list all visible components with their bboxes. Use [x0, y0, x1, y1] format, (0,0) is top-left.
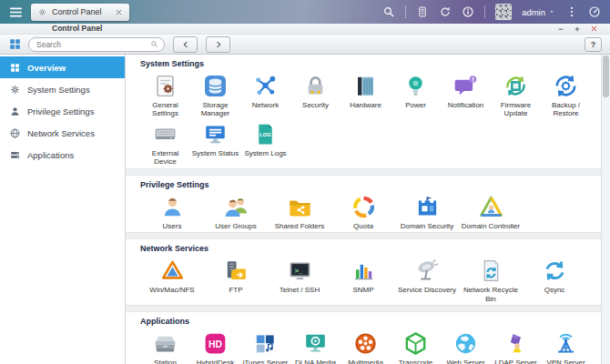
app-item-station-manager[interactable]: Station Manager [140, 329, 190, 364]
sidebar-item-system-settings[interactable]: System Settings [0, 78, 125, 100]
more-menu-icon[interactable] [565, 5, 578, 18]
app-item-domain-security[interactable]: Domain Security [395, 193, 459, 230]
forward-button[interactable] [206, 36, 230, 53]
app-item-label: Notification [441, 101, 491, 109]
tab-control-panel[interactable]: Control Panel [31, 4, 129, 21]
external-device-icon [140, 120, 190, 148]
sidebar-item-privilege-settings[interactable]: Privilege Settings [0, 100, 125, 122]
user-groups-icon [204, 193, 268, 221]
app-item-label: Service Discovery [395, 286, 459, 294]
hardware-icon [341, 72, 391, 100]
app-item-hardware[interactable]: Hardware [341, 72, 391, 118]
app-item-multimedia-management[interactable]: Multimedia Management [341, 329, 391, 364]
avatar[interactable] [495, 4, 512, 20]
section-privilege-settings: Privilege SettingsUsersUser GroupsShared… [126, 176, 610, 232]
network-services-icon [9, 127, 21, 139]
app-item-label: External Device [140, 149, 190, 167]
app-item-telnet-ssh[interactable]: >_Telnet / SSH [268, 257, 331, 303]
app-item-dlna-media-server[interactable]: DLNA Media Server [290, 329, 341, 364]
dashboard-icon[interactable] [588, 5, 601, 18]
app-item-label: FTP [204, 286, 268, 294]
info-icon[interactable] [462, 5, 474, 18]
scrollbar[interactable] [601, 55, 610, 364]
shared-folders-icon [268, 193, 331, 221]
app-item-label: Quota [331, 222, 395, 230]
main-menu-icon[interactable] [8, 5, 24, 20]
app-item-external-device[interactable]: External Device [140, 120, 190, 167]
firmware-update-icon [491, 72, 541, 100]
app-item-power[interactable]: Power [391, 72, 441, 118]
maximize-icon[interactable] [574, 25, 581, 33]
app-item-quota[interactable]: Quota [331, 193, 395, 230]
search-box[interactable] [28, 37, 165, 52]
section-network-services: Network ServicesWin/Mac/NFSFTP>_Telnet /… [126, 239, 610, 305]
sidebar-item-applications[interactable]: Applications [0, 144, 125, 166]
top-navbar: Control Panel admin [0, 0, 610, 24]
app-item-storage-manager[interactable]: Storage Manager [190, 72, 240, 118]
help-button[interactable]: ? [585, 37, 602, 52]
app-item-snmp[interactable]: SNMP [331, 257, 395, 303]
app-item-label: Hardware [341, 101, 391, 109]
app-item-notification[interactable]: !Notification [441, 72, 491, 118]
app-item-label: Power [391, 101, 441, 109]
applications-icon [9, 149, 21, 161]
app-item-network[interactable]: Network [240, 72, 290, 118]
app-item-label: Network Recycle Bin [459, 286, 523, 303]
itunes-server-icon [240, 329, 290, 358]
svg-text:HD: HD [208, 339, 222, 349]
app-item-label: Shared Folders [268, 222, 331, 230]
notifications-icon[interactable] [439, 5, 452, 18]
app-item-domain-controller[interactable]: Domain Controller [459, 193, 523, 230]
user-menu[interactable]: admin [522, 7, 555, 17]
search-icon[interactable] [382, 5, 395, 18]
app-item-firmware-update[interactable]: Firmware Update [491, 72, 541, 118]
minimize-icon[interactable] [557, 25, 564, 33]
app-item-win-mac-nfs[interactable]: Win/Mac/NFS [140, 257, 204, 303]
app-item-label: Storage Manager [190, 101, 240, 118]
scrollbar-thumb[interactable] [603, 56, 609, 97]
service-discovery-icon [395, 257, 459, 285]
app-item-label: LDAP Server [491, 359, 541, 364]
section-divider [126, 232, 610, 239]
divider [484, 5, 485, 18]
section-title: Network Services [140, 244, 605, 253]
app-item-network-recycle-bin[interactable]: Network Recycle Bin [459, 257, 523, 303]
app-item-web-server[interactable]: Web Server [441, 329, 491, 364]
tab-close-icon[interactable] [115, 8, 123, 16]
app-item-itunes-server[interactable]: iTunes Server [240, 329, 290, 364]
sidebar-item-overview[interactable]: Overview [0, 56, 125, 78]
close-window-icon[interactable] [590, 25, 598, 33]
search-magnifier-icon [150, 40, 158, 48]
app-item-system-status[interactable]: System Status [190, 120, 240, 167]
sidebar-item-label: Network Services [27, 128, 95, 138]
app-item-vpn-server[interactable]: VPN Server [541, 329, 591, 364]
app-item-label: System Logs [240, 149, 290, 157]
station-manager-icon [140, 329, 190, 358]
search-input[interactable] [35, 39, 150, 50]
power-icon [391, 72, 441, 100]
security-icon [290, 72, 341, 100]
sidebar-item-label: Applications [27, 150, 74, 160]
sidebar-item-network-services[interactable]: Network Services [0, 122, 125, 144]
app-item-qsync[interactable]: Qsync [523, 257, 586, 303]
back-button[interactable] [173, 36, 198, 53]
app-item-user-groups[interactable]: User Groups [204, 193, 268, 230]
app-item-security[interactable]: Security [290, 72, 341, 118]
app-item-shared-folders[interactable]: Shared Folders [268, 193, 331, 230]
app-item-ldap-server[interactable]: LDAP Server [491, 329, 541, 364]
app-item-label: DLNA Media Server [290, 359, 341, 364]
app-item-ftp[interactable]: FTP [204, 257, 268, 303]
app-item-transcode-management[interactable]: Transcode Management [391, 329, 441, 364]
user-name: admin [522, 7, 545, 17]
app-item-general-settings[interactable]: General Settings [140, 72, 190, 118]
view-mode-button[interactable] [8, 37, 22, 51]
app-item-system-logs[interactable]: LOGSystem Logs [240, 120, 290, 167]
app-item-users[interactable]: Users [140, 193, 204, 230]
app-item-hybriddesk-station[interactable]: HDHybridDesk Station [190, 329, 240, 364]
main-area: OverviewSystem SettingsPrivilege Setting… [0, 55, 610, 364]
app-item-label: HybridDesk Station [190, 359, 240, 364]
svg-text:>_: >_ [294, 267, 303, 275]
app-item-service-discovery[interactable]: Service Discovery [395, 257, 459, 303]
background-tasks-icon[interactable] [416, 5, 429, 18]
app-item-backup-restore[interactable]: Backup / Restore [541, 72, 591, 118]
